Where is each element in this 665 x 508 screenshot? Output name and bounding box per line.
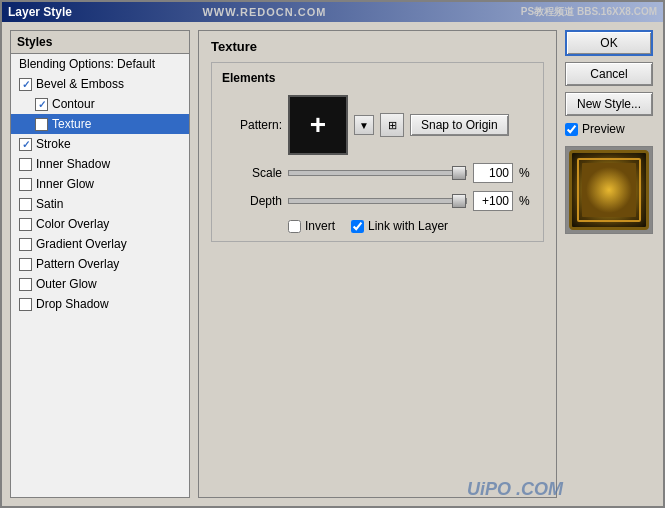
- depth-row: Depth %: [222, 191, 533, 211]
- scale-row: Scale %: [222, 163, 533, 183]
- satin-checkbox[interactable]: [19, 198, 32, 211]
- sidebar-item-bevel-emboss[interactable]: Bevel & Emboss: [11, 74, 189, 94]
- right-watermark: PS教程频道 BBS.16XX8.COM: [521, 5, 657, 19]
- depth-slider[interactable]: [288, 198, 467, 204]
- pattern-overlay-label: Pattern Overlay: [36, 257, 119, 271]
- contour-checkbox[interactable]: [35, 98, 48, 111]
- color-overlay-label: Color Overlay: [36, 217, 109, 231]
- elements-subsection: Elements Pattern: + ▼ ⊞ Snap to Origin S…: [211, 62, 544, 242]
- link-with-layer-checkbox[interactable]: [351, 220, 364, 233]
- texture-label: Texture: [52, 117, 91, 131]
- link-with-layer-text: Link with Layer: [368, 219, 448, 233]
- sidebar-item-outer-glow[interactable]: Outer Glow: [11, 274, 189, 294]
- preview-thumbnail: [569, 150, 649, 230]
- blending-options-label: Blending Options: Default: [19, 57, 155, 71]
- preview-row: Preview: [565, 122, 655, 136]
- scale-label: Scale: [222, 166, 282, 180]
- bevel-emboss-checkbox[interactable]: [19, 78, 32, 91]
- invert-checkbox[interactable]: [288, 220, 301, 233]
- dialog-title: Layer Style: [8, 5, 202, 19]
- sidebar-item-stroke[interactable]: Stroke: [11, 134, 189, 154]
- stroke-label: Stroke: [36, 137, 71, 151]
- sidebar-item-pattern-overlay[interactable]: Pattern Overlay: [11, 254, 189, 274]
- depth-percent: %: [519, 194, 533, 208]
- dialog-body: Styles Blending Options: Default Bevel &…: [2, 22, 663, 506]
- right-panel: OK Cancel New Style... Preview: [565, 30, 655, 498]
- sidebar-item-gradient-overlay[interactable]: Gradient Overlay: [11, 234, 189, 254]
- pattern-preview[interactable]: +: [288, 95, 348, 155]
- pattern-overlay-checkbox[interactable]: [19, 258, 32, 271]
- gradient-overlay-checkbox[interactable]: [19, 238, 32, 251]
- sidebar-item-color-overlay[interactable]: Color Overlay: [11, 214, 189, 234]
- pattern-dropdown[interactable]: ▼: [354, 115, 374, 135]
- preview-box: [565, 146, 653, 234]
- title-watermark: WWW.REDOCN.COM: [202, 6, 326, 18]
- title-bar: Layer Style WWW.REDOCN.COM PS教程频道 BBS.16…: [2, 2, 663, 22]
- sidebar-item-satin[interactable]: Satin: [11, 194, 189, 214]
- styles-title: Styles: [11, 31, 189, 54]
- scale-value-input[interactable]: [473, 163, 513, 183]
- elements-title: Elements: [222, 71, 533, 85]
- sidebar-item-inner-glow[interactable]: Inner Glow: [11, 174, 189, 194]
- scale-percent: %: [519, 166, 533, 180]
- preview-label: Preview: [582, 122, 625, 136]
- ok-button[interactable]: OK: [565, 30, 653, 56]
- pattern-row: Pattern: + ▼ ⊞ Snap to Origin: [222, 95, 533, 155]
- section-title: Texture: [211, 39, 544, 54]
- depth-value-input[interactable]: [473, 191, 513, 211]
- texture-checkbox[interactable]: [35, 118, 48, 131]
- new-style-button[interactable]: New Style...: [565, 92, 653, 116]
- link-with-layer-label[interactable]: Link with Layer: [351, 219, 448, 233]
- texture-section: Texture Elements Pattern: + ▼ ⊞ Snap to …: [198, 30, 557, 498]
- satin-label: Satin: [36, 197, 63, 211]
- drop-shadow-label: Drop Shadow: [36, 297, 109, 311]
- inner-shadow-checkbox[interactable]: [19, 158, 32, 171]
- invert-label[interactable]: Invert: [288, 219, 335, 233]
- scale-slider[interactable]: [288, 170, 467, 176]
- pattern-label: Pattern:: [222, 118, 282, 132]
- layer-style-dialog: Layer Style WWW.REDOCN.COM PS教程频道 BBS.16…: [0, 0, 665, 508]
- sidebar-item-texture[interactable]: Texture: [11, 114, 189, 134]
- gradient-overlay-label: Gradient Overlay: [36, 237, 127, 251]
- inner-glow-label: Inner Glow: [36, 177, 94, 191]
- outer-glow-label: Outer Glow: [36, 277, 97, 291]
- drop-shadow-checkbox[interactable]: [19, 298, 32, 311]
- contour-label: Contour: [52, 97, 95, 111]
- left-panel: Styles Blending Options: Default Bevel &…: [10, 30, 190, 498]
- outer-glow-checkbox[interactable]: [19, 278, 32, 291]
- stroke-checkbox[interactable]: [19, 138, 32, 151]
- bevel-emboss-label: Bevel & Emboss: [36, 77, 124, 91]
- inner-glow-checkbox[interactable]: [19, 178, 32, 191]
- blending-options-item[interactable]: Blending Options: Default: [11, 54, 189, 74]
- snap-to-origin-button[interactable]: Snap to Origin: [410, 114, 509, 136]
- color-overlay-checkbox[interactable]: [19, 218, 32, 231]
- depth-label: Depth: [222, 194, 282, 208]
- cancel-button[interactable]: Cancel: [565, 62, 653, 86]
- preview-checkbox[interactable]: [565, 123, 578, 136]
- pattern-options-icon[interactable]: ⊞: [380, 113, 404, 137]
- scale-slider-container: [288, 170, 467, 176]
- inner-shadow-label: Inner Shadow: [36, 157, 110, 171]
- depth-slider-container: [288, 198, 467, 204]
- pattern-plus-icon: +: [310, 111, 326, 139]
- main-content: Texture Elements Pattern: + ▼ ⊞ Snap to …: [198, 30, 557, 498]
- sidebar-item-drop-shadow[interactable]: Drop Shadow: [11, 294, 189, 314]
- sidebar-item-inner-shadow[interactable]: Inner Shadow: [11, 154, 189, 174]
- sidebar-item-contour[interactable]: Contour: [11, 94, 189, 114]
- bottom-watermark: UiPO .COM: [467, 479, 563, 500]
- options-row: Invert Link with Layer: [288, 219, 533, 233]
- invert-text: Invert: [305, 219, 335, 233]
